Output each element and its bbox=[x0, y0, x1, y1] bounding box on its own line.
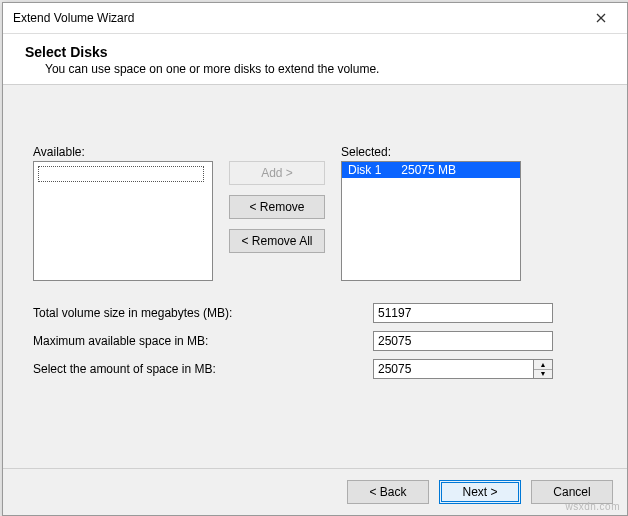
focus-rect bbox=[38, 166, 204, 182]
max-space-label: Maximum available space in MB: bbox=[33, 334, 373, 348]
select-space-input[interactable] bbox=[373, 359, 533, 379]
titlebar: Extend Volume Wizard bbox=[3, 3, 627, 34]
next-button[interactable]: Next > bbox=[439, 480, 521, 504]
close-button[interactable] bbox=[581, 4, 621, 32]
wizard-body: Available: Add > < Remove < Remove All S… bbox=[3, 84, 627, 468]
selected-label: Selected: bbox=[341, 145, 521, 159]
select-space-spinner[interactable]: ▲ ▼ bbox=[373, 359, 553, 379]
close-icon bbox=[596, 13, 606, 23]
spinner-buttons: ▲ ▼ bbox=[533, 359, 553, 379]
list-item[interactable]: Disk 1 25075 MB bbox=[342, 162, 520, 178]
total-size-value bbox=[373, 303, 553, 323]
selected-column: Selected: Disk 1 25075 MB bbox=[341, 145, 521, 281]
max-space-row: Maximum available space in MB: bbox=[33, 331, 597, 351]
disk-lists-area: Available: Add > < Remove < Remove All S… bbox=[33, 145, 597, 281]
max-space-value bbox=[373, 331, 553, 351]
spinner-down[interactable]: ▼ bbox=[534, 370, 552, 379]
remove-button[interactable]: < Remove bbox=[229, 195, 325, 219]
watermark: wsxdn.com bbox=[565, 501, 620, 512]
back-button[interactable]: < Back bbox=[347, 480, 429, 504]
total-size-label: Total volume size in megabytes (MB): bbox=[33, 306, 373, 320]
select-space-row: Select the amount of space in MB: ▲ ▼ bbox=[33, 359, 597, 379]
select-space-label: Select the amount of space in MB: bbox=[33, 362, 373, 376]
page-heading: Select Disks bbox=[25, 44, 611, 60]
remove-all-button[interactable]: < Remove All bbox=[229, 229, 325, 253]
wizard-window: Extend Volume Wizard Select Disks You ca… bbox=[2, 2, 628, 516]
add-button[interactable]: Add > bbox=[229, 161, 325, 185]
available-listbox[interactable] bbox=[33, 161, 213, 281]
wizard-footer: < Back Next > Cancel bbox=[3, 468, 627, 515]
selected-listbox[interactable]: Disk 1 25075 MB bbox=[341, 161, 521, 281]
spinner-up[interactable]: ▲ bbox=[534, 360, 552, 370]
transfer-buttons: Add > < Remove < Remove All bbox=[229, 161, 325, 253]
total-size-row: Total volume size in megabytes (MB): bbox=[33, 303, 597, 323]
available-label: Available: bbox=[33, 145, 213, 159]
wizard-header: Select Disks You can use space on one or… bbox=[3, 34, 627, 84]
size-fields: Total volume size in megabytes (MB): Max… bbox=[33, 303, 597, 379]
page-subtitle: You can use space on one or more disks t… bbox=[45, 62, 611, 76]
available-column: Available: bbox=[33, 145, 213, 281]
window-title: Extend Volume Wizard bbox=[13, 11, 134, 25]
